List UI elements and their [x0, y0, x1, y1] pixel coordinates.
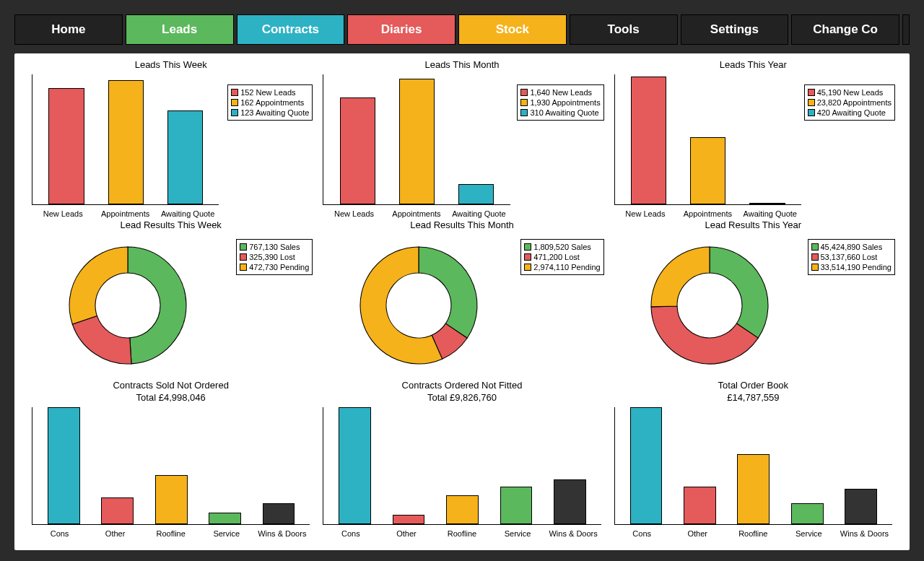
bar-label: Awaiting Quote: [448, 209, 510, 218]
bar-Awaiting Quote: [167, 110, 203, 204]
chart-title: Leads This Week: [29, 59, 313, 70]
bar-Service: [791, 503, 824, 524]
bar-label: Other: [378, 529, 434, 538]
chart-subtitle: £14,787,559: [611, 392, 895, 403]
bar-New Leads: [340, 97, 375, 204]
slice-Pending: [69, 247, 128, 324]
nav-home[interactable]: Home: [14, 14, 123, 45]
bar-Cons: [339, 407, 371, 525]
bar-label: Cons: [323, 529, 378, 538]
bar-Awaiting Quote: [458, 184, 494, 204]
bar-label: Roofline: [725, 529, 781, 538]
nav-overflow[interactable]: [902, 14, 910, 45]
bar-label: New Leads: [614, 209, 676, 218]
chart-subtitle: Total £4,998,046: [29, 392, 313, 403]
bar-label: Roofline: [434, 529, 489, 538]
bar-Other: [684, 487, 716, 524]
bar-Wins & Doors: [263, 503, 295, 524]
bar-Awaiting Quote: [749, 203, 785, 204]
bar-label: Appointments: [676, 209, 738, 218]
slice-Sales: [128, 247, 186, 364]
chart-title: Lead Results This Month: [320, 219, 603, 230]
bar-label: Service: [199, 529, 254, 538]
chart-leads_month: Leads This Month1,640 New Leads1,930 App…: [320, 59, 603, 219]
chart-legend: 45,190 New Leads23,820 Appointments 420 …: [804, 84, 895, 121]
bar-label: Wins & Doors: [254, 529, 310, 538]
chart-results_week: Lead Results This Week767,130 Sales325,3…: [29, 219, 313, 380]
chart-title: Leads This Year: [611, 59, 895, 70]
chart-sold_not_ordered: Contracts Sold Not OrderedTotal £4,998,0…: [29, 380, 313, 540]
nav-change-co[interactable]: Change Co: [791, 14, 899, 45]
bar-Cons: [48, 407, 80, 525]
nav-tools[interactable]: Tools: [570, 14, 678, 45]
bar-Other: [393, 515, 425, 524]
bar-Cons: [630, 407, 663, 525]
bar-label: New Leads: [32, 209, 94, 218]
bar-New Leads: [631, 77, 666, 204]
bar-Other: [101, 497, 134, 524]
dashboard-panel: Leads This Week152 New Leads162 Appointm…: [14, 53, 910, 550]
chart-legend: 1,640 New Leads1,930 Appointments 310 Aw…: [517, 84, 603, 121]
bar-Wins & Doors: [845, 489, 877, 524]
nav-settings[interactable]: Settings: [681, 14, 789, 45]
bar-label: Wins & Doors: [546, 529, 601, 538]
bar-Service: [209, 513, 241, 524]
chart-leads_week: Leads This Week152 New Leads162 Appointm…: [29, 59, 313, 219]
chart-title: Leads This Month: [320, 59, 603, 70]
chart-legend: 45,424,890 Sales53,137,660 Lost33,514,19…: [808, 239, 895, 275]
slice-Pending: [651, 247, 710, 307]
bar-label: Appointments: [385, 209, 448, 218]
chart-title: Lead Results This Year: [611, 219, 895, 230]
donut-svg: [63, 240, 193, 370]
bar-Appointments: [108, 80, 144, 204]
bar-label: Wins & Doors: [837, 529, 892, 538]
bar-Roofline: [446, 495, 479, 525]
chart-results_month: Lead Results This Month1,809,520 Sales 4…: [320, 219, 603, 380]
chart-legend: 152 New Leads162 Appointments123 Awaitin…: [227, 84, 313, 121]
chart-results_year: Lead Results This Year45,424,890 Sales53…: [611, 219, 895, 380]
bar-Appointments: [399, 79, 435, 204]
chart-legend: 767,130 Sales325,390 Lost472,730 Pending: [236, 239, 313, 275]
top-nav: Home Leads Contracts Diaries Stock Tools…: [14, 14, 910, 45]
bar-label: Appointments: [94, 209, 156, 218]
bar-label: Service: [490, 529, 546, 538]
bar-label: Other: [670, 529, 725, 538]
bar-label: New Leads: [323, 209, 385, 218]
chart-title: Lead Results This Week: [29, 219, 313, 230]
chart-leads_year: Leads This Year45,190 New Leads23,820 Ap…: [611, 59, 895, 219]
bar-New Leads: [48, 88, 84, 204]
bar-label: Other: [87, 529, 143, 538]
donut-svg: [354, 240, 484, 370]
bar-Service: [500, 487, 533, 524]
slice-Sales: [710, 247, 768, 338]
chart-order_book: Total Order Book£14,787,559ConsOtherRoof…: [611, 380, 895, 540]
bar-Roofline: [737, 454, 770, 525]
nav-stock[interactable]: Stock: [458, 14, 567, 45]
chart-title: Total Order Book: [611, 380, 895, 391]
chart-title: Contracts Ordered Not Fitted: [320, 380, 603, 391]
chart-legend: 1,809,520 Sales 471,200 Lost2,974,110 Pe…: [520, 239, 603, 275]
bar-label: Service: [781, 529, 837, 538]
bar-label: Roofline: [143, 529, 199, 538]
chart-ordered_not_fitted: Contracts Ordered Not FittedTotal £9,826…: [320, 380, 603, 540]
bar-label: Awaiting Quote: [739, 209, 801, 218]
bar-Roofline: [155, 475, 188, 524]
bar-label: Awaiting Quote: [157, 209, 219, 218]
chart-subtitle: Total £9,826,760: [320, 392, 603, 403]
chart-title: Contracts Sold Not Ordered: [29, 380, 313, 391]
bar-label: Cons: [32, 529, 87, 538]
slice-Lost: [72, 316, 131, 365]
bar-Wins & Doors: [554, 479, 586, 524]
nav-contracts[interactable]: Contracts: [237, 14, 345, 45]
nav-leads[interactable]: Leads: [126, 14, 234, 45]
slice-Sales: [419, 247, 477, 338]
bar-label: Cons: [614, 529, 670, 538]
nav-diaries[interactable]: Diaries: [347, 14, 456, 45]
bar-Appointments: [690, 137, 725, 204]
donut-svg: [645, 240, 775, 370]
